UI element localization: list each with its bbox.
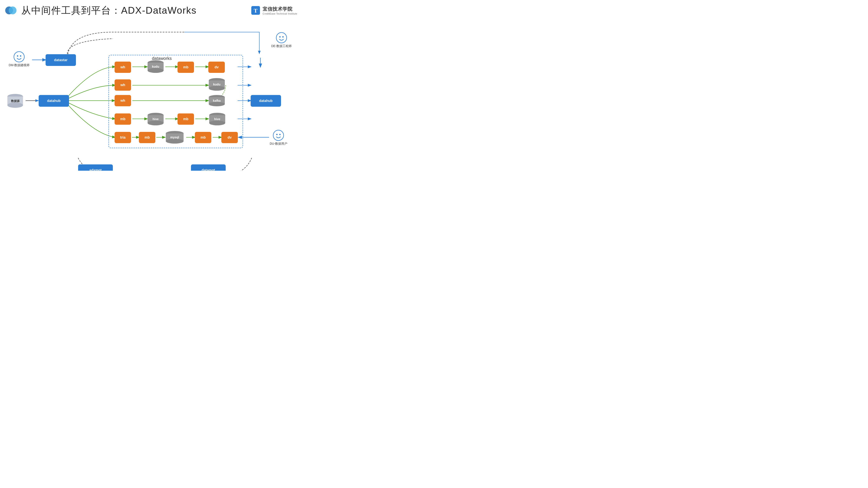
row5-mysql: mysql: [165, 131, 184, 143]
svg-point-30: [20, 55, 21, 57]
du-face-icon: [273, 130, 284, 141]
row4-mb2-label: mb: [183, 117, 188, 121]
row1-mb-label: mb: [183, 65, 188, 69]
brand-sub: CreditEase Technical Institute: [262, 12, 297, 15]
row5-tria-label: tria: [120, 135, 126, 139]
de-face-icon: [276, 32, 287, 43]
du-label: DU-数据用户: [270, 142, 287, 146]
svg-point-43: [148, 68, 164, 73]
svg-point-35: [276, 134, 278, 135]
header: 从中间件工具到平台：ADX-DataWorks T 宜信技术学院 CreditE…: [0, 0, 304, 19]
row2-wh-label: wh: [120, 83, 125, 87]
datastar-label: datastar: [54, 58, 67, 62]
row2-kudu-cyl: kudu: [208, 78, 226, 91]
du-person: DU-数据用户: [270, 130, 287, 146]
svg-point-51: [209, 102, 225, 106]
datasource-cylinder: 数据源: [6, 94, 24, 108]
row3-kafka-cyl: kafka: [208, 95, 226, 106]
row1-wh: wh: [115, 62, 131, 73]
svg-point-55: [148, 121, 164, 125]
brand-name: 宜信技术学院: [262, 6, 292, 12]
row5-mb2-label: mb: [200, 135, 206, 139]
svg-point-33: [282, 36, 284, 37]
svg-text:kudu: kudu: [152, 65, 159, 68]
header-title: 从中间件工具到平台：ADX-DataWorks: [21, 4, 196, 17]
row5-dv: dv: [221, 132, 238, 143]
svg-point-36: [279, 134, 281, 135]
datahub-left-label: datahub: [47, 99, 61, 103]
row5-mb1-label: mb: [145, 135, 150, 139]
adxmgt-box: adxmgt: [78, 164, 113, 171]
svg-text:hive: hive: [214, 117, 220, 121]
row4-mb2: mb: [178, 113, 194, 125]
svg-point-59: [209, 121, 225, 125]
datahub-left-box: datahub: [39, 95, 69, 107]
dm-label: DM-数据建模师: [9, 63, 30, 67]
row1-wh-label: wh: [120, 65, 125, 69]
brand-logo: T 宜信技术学院 CreditEase Technical Institute: [251, 6, 297, 15]
svg-text:数据源: 数据源: [11, 99, 20, 103]
row3-wh: wh: [115, 95, 131, 106]
dm-person: DM-数据建模师: [9, 51, 30, 67]
svg-point-34: [273, 130, 284, 140]
row4-hive2: hive: [208, 113, 226, 125]
row5-dv-label: dv: [228, 135, 232, 139]
row3-kafka: kafka: [208, 95, 226, 106]
svg-text:T: T: [254, 8, 257, 14]
svg-point-39: [7, 103, 23, 108]
brand-t-icon: T: [251, 6, 260, 15]
svg-point-1: [9, 6, 17, 14]
datastar-box: datastar: [45, 54, 76, 66]
svg-text:mysql: mysql: [170, 135, 179, 139]
svg-point-63: [166, 139, 184, 143]
svg-point-28: [14, 52, 24, 62]
datasource-node: 数据源: [6, 94, 24, 108]
svg-text:kudu: kudu: [213, 83, 220, 86]
row4-hive1-cyl: hive: [147, 113, 164, 125]
svg-point-32: [279, 36, 281, 37]
row4-mb1-label: mb: [120, 117, 125, 121]
row5-mb1: mb: [139, 132, 155, 143]
row5-tria: tria: [115, 132, 131, 143]
header-left: 从中间件工具到平台：ADX-DataWorks: [4, 4, 196, 17]
dm-face-icon: [13, 51, 25, 62]
row5-mb2: mb: [195, 132, 211, 143]
brand-text: 宜信技术学院 CreditEase Technical Institute: [262, 6, 297, 15]
datamgt-box: datamgt: [191, 164, 226, 171]
datahub-right-box: datahub: [251, 95, 281, 107]
svg-point-47: [209, 86, 225, 91]
row5-mysql-cyl: mysql: [165, 131, 184, 143]
svg-text:kafka: kafka: [213, 99, 221, 102]
datahub-right-label: datahub: [259, 99, 273, 103]
de-person: DE-数据工程师: [271, 32, 292, 48]
row1-kudu: kudu: [147, 60, 164, 73]
svg-text:hive: hive: [153, 117, 159, 121]
row3-wh-label: wh: [120, 99, 125, 103]
row1-dv: dv: [208, 62, 225, 73]
row1-kudu-cyl: kudu: [147, 60, 164, 73]
logo-icon: [4, 4, 18, 17]
diagram: dataworks DM-数据建模师 DE-数据工程师 DU-数据用户: [0, 19, 304, 167]
svg-point-29: [17, 55, 18, 57]
row1-dv-label: dv: [215, 65, 219, 69]
row1-mb: mb: [178, 62, 194, 73]
row2-wh: wh: [115, 79, 131, 91]
de-label: DE-数据工程师: [271, 44, 292, 48]
row4-hive2-cyl: hive: [208, 113, 226, 125]
datamgt-label: datamgt: [202, 168, 215, 171]
row4-hive1: hive: [147, 113, 164, 125]
svg-point-31: [276, 33, 287, 43]
row2-kudu: kudu: [208, 78, 226, 91]
row4-mb1: mb: [115, 113, 131, 125]
adxmgt-label: adxmgt: [89, 168, 102, 171]
